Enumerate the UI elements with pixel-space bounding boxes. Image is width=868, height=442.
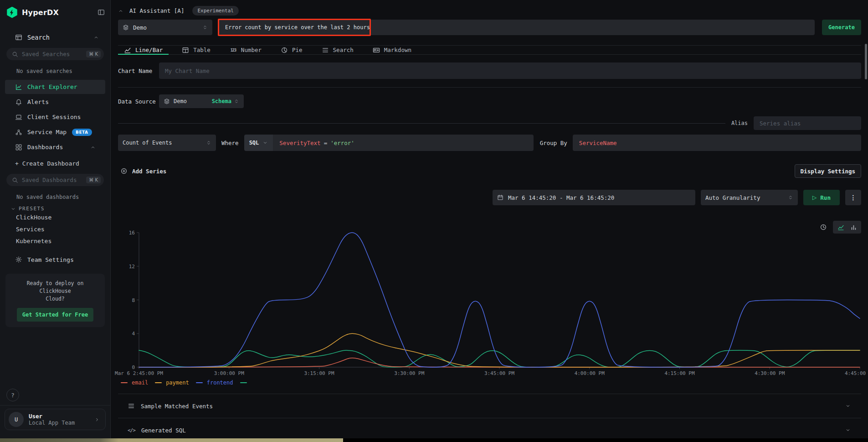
tab-markdown[interactable]: Markdown bbox=[367, 46, 417, 54]
sidebar-item-team-settings[interactable]: Team Settings bbox=[0, 252, 110, 267]
tab-table[interactable]: Table bbox=[176, 46, 216, 54]
brand-title: HyperDX bbox=[22, 8, 59, 17]
language-select[interactable]: SQL bbox=[244, 135, 273, 151]
legend-item[interactable] bbox=[240, 382, 247, 383]
tab-number[interactable]: 123 Number bbox=[224, 46, 267, 54]
search-icon bbox=[12, 51, 18, 57]
time-range-value: Mar 6 14:45:20 - Mar 6 16:45:20 bbox=[508, 194, 614, 201]
section-label: Sample Matched Events bbox=[141, 403, 213, 410]
sidebar-item-alerts[interactable]: Alerts bbox=[5, 95, 105, 109]
tab-search[interactable]: Search bbox=[316, 46, 360, 54]
ai-prompt-input[interactable] bbox=[219, 20, 815, 35]
sidebar-collapse-icon[interactable] bbox=[98, 9, 105, 16]
run-label: Run bbox=[820, 194, 831, 201]
add-series-button[interactable]: Add Series bbox=[118, 167, 166, 175]
group-by-input[interactable]: ServiceName bbox=[573, 135, 861, 151]
svg-text:4:15:00 PM: 4:15:00 PM bbox=[664, 370, 695, 376]
list-icon bbox=[322, 47, 329, 54]
data-source-select[interactable]: Demo Schema bbox=[159, 94, 244, 108]
chart-area[interactable]: 0481216Mar 6 2:45:00 PM3:00:00 PM3:15:00… bbox=[118, 229, 861, 374]
svg-text:4:30:00 PM: 4:30:00 PM bbox=[755, 370, 785, 376]
run-toolbar: Mar 6 14:45:20 - Mar 6 16:45:20 Auto Gra… bbox=[118, 190, 861, 205]
generate-button[interactable]: Generate bbox=[822, 20, 861, 35]
code-icon: </> bbox=[128, 427, 135, 433]
no-saved-searches-text: No saved searches bbox=[0, 68, 110, 74]
tab-label: Number bbox=[241, 47, 262, 53]
where-expression-input[interactable]: SeverityText = 'error' bbox=[273, 135, 533, 151]
legend-item[interactable]: payment bbox=[155, 380, 189, 386]
tab-label: Pie bbox=[292, 47, 303, 53]
display-settings-button[interactable]: Display Settings bbox=[795, 164, 861, 178]
ai-source-select[interactable]: Demo bbox=[118, 20, 212, 35]
legend-swatch bbox=[240, 382, 247, 383]
tab-line-bar[interactable]: Line/Bar bbox=[118, 46, 169, 54]
tab-pie[interactable]: Pie bbox=[275, 46, 308, 54]
sidebar-item-service-map[interactable]: Service Map BETA bbox=[5, 125, 105, 139]
layers-icon bbox=[123, 24, 129, 31]
line-chart[interactable]: 0481216Mar 6 2:45:00 PM3:00:00 PM3:15:00… bbox=[118, 229, 861, 374]
help-button[interactable]: ? bbox=[6, 389, 19, 401]
sidebar-item-chart-explorer[interactable]: Chart Explorer bbox=[5, 80, 105, 94]
tab-label: Markdown bbox=[384, 47, 411, 53]
legend-label: email bbox=[132, 380, 148, 386]
dashboards-grid-icon bbox=[15, 144, 22, 151]
no-saved-dashboards-text: No saved dashboards bbox=[0, 194, 110, 200]
chart-name-label: Chart Name bbox=[118, 68, 159, 74]
legend-item[interactable]: email bbox=[121, 380, 148, 386]
alias-input[interactable] bbox=[754, 116, 861, 130]
svg-text:4:00:00 PM: 4:00:00 PM bbox=[575, 370, 605, 376]
svg-text:Mar 6 2:45:00 PM: Mar 6 2:45:00 PM bbox=[115, 370, 163, 376]
schema-link[interactable]: Schema bbox=[212, 98, 231, 104]
shortcut-badge: ⌘ K bbox=[86, 51, 101, 57]
chevron-up-icon[interactable] bbox=[93, 35, 99, 40]
list-icon bbox=[128, 402, 135, 410]
chart-name-row: Chart Name bbox=[118, 62, 861, 79]
presets-header[interactable]: PRESETS bbox=[0, 206, 110, 212]
chart-explorer-icon bbox=[15, 83, 22, 91]
divider bbox=[118, 87, 861, 88]
create-dashboard-link[interactable]: + Create Dashboard bbox=[0, 160, 110, 167]
collapse-chevron-up-icon[interactable] bbox=[118, 8, 123, 14]
preset-clickhouse[interactable]: ClickHouse bbox=[0, 212, 110, 224]
get-started-button[interactable]: Get Started for Free bbox=[17, 308, 93, 322]
sidebar-item-client-sessions[interactable]: Client Sessions bbox=[5, 110, 105, 124]
group-by-label: Group By bbox=[540, 140, 567, 146]
sidebar-section-search[interactable]: Search bbox=[6, 34, 104, 41]
saved-searches-input[interactable]: Saved Searches ⌘ K bbox=[6, 48, 104, 60]
svg-text:8: 8 bbox=[132, 297, 135, 303]
ai-assistant-header: AI Assistant [A] Experimental bbox=[118, 6, 861, 16]
table-icon bbox=[182, 47, 189, 54]
sample-matched-events-row[interactable]: Sample Matched Events bbox=[118, 394, 861, 418]
chevron-up-icon[interactable] bbox=[90, 145, 96, 150]
chart-name-input[interactable] bbox=[159, 62, 861, 79]
cloud-card-line2: Cloud? bbox=[10, 295, 100, 303]
scrollbar-thumb[interactable] bbox=[865, 44, 867, 79]
chart-type-tabs: Line/Bar Table 123 Number Pie Search Mar… bbox=[118, 46, 861, 55]
search-window-icon bbox=[15, 34, 22, 41]
run-button[interactable]: ▷ Run bbox=[803, 190, 840, 205]
chevron-down-icon bbox=[845, 403, 851, 409]
saved-dashboards-input[interactable]: Saved Dashboards ⌘ K bbox=[6, 174, 104, 186]
presets-label: PRESETS bbox=[19, 206, 45, 212]
ai-prompt-wrap bbox=[219, 20, 815, 35]
user-menu[interactable]: U User Local App Team bbox=[5, 409, 106, 430]
pie-chart-icon bbox=[281, 47, 288, 54]
sidebar-item-dashboards[interactable]: Dashboards bbox=[5, 140, 105, 154]
line-chart-icon bbox=[124, 47, 131, 54]
search-section-label: Search bbox=[27, 34, 50, 41]
more-options-button[interactable]: ⋮ bbox=[845, 190, 861, 205]
dots-vertical-icon: ⋮ bbox=[850, 194, 857, 201]
chevron-right-icon bbox=[94, 417, 100, 422]
gear-icon bbox=[15, 256, 22, 263]
preset-services[interactable]: Services bbox=[0, 224, 110, 235]
app-window: HyperDX Search Saved Searches ⌘ K No sav… bbox=[0, 0, 868, 442]
aggregation-select[interactable]: Count of Events bbox=[118, 135, 216, 151]
legend-item[interactable]: frontend bbox=[196, 380, 233, 386]
where-operator-token: = bbox=[324, 140, 328, 146]
granularity-select[interactable]: Auto Granularity bbox=[701, 190, 798, 205]
select-chevrons-icon bbox=[202, 25, 208, 30]
time-range-picker[interactable]: Mar 6 14:45:20 - Mar 6 16:45:20 bbox=[493, 190, 695, 205]
sidebar-item-label: Chart Explorer bbox=[27, 83, 77, 90]
preset-kubernetes[interactable]: Kubernetes bbox=[0, 235, 110, 247]
add-series-row: Add Series Display Settings bbox=[118, 164, 861, 178]
